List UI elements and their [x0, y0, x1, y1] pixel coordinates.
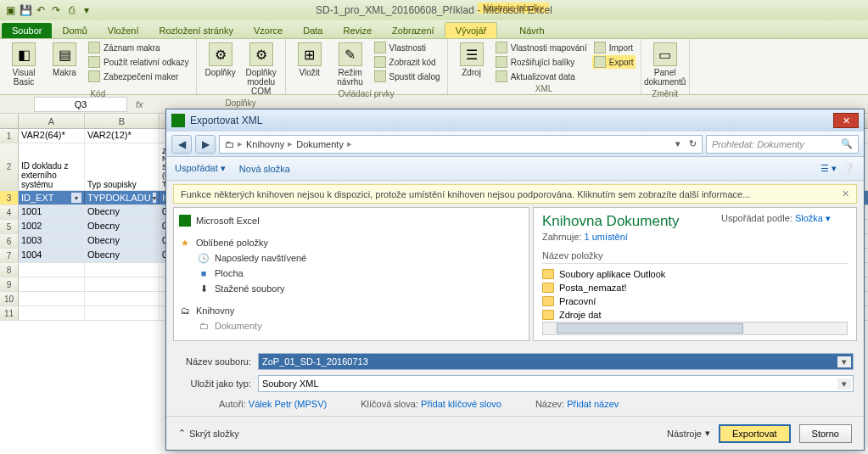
- visual-basic-button[interactable]: ◧Visual Basic: [5, 41, 42, 88]
- row-header[interactable]: 7: [0, 249, 19, 262]
- horizontal-scrollbar[interactable]: [542, 322, 848, 335]
- search-input[interactable]: Prohledat: Dokumenty 🔍: [706, 135, 859, 154]
- table-header-cell[interactable]: TYPDOKLADU▾: [85, 191, 160, 205]
- organize-button[interactable]: Uspořádat ▾: [175, 163, 226, 174]
- redo-icon[interactable]: ↷: [49, 3, 63, 17]
- cell[interactable]: 1004: [19, 249, 85, 262]
- select-all-corner[interactable]: [0, 114, 19, 128]
- macros-button[interactable]: ▤Makra: [46, 41, 83, 79]
- tree-item[interactable]: Microsoft Excel: [179, 213, 524, 228]
- record-macro-button[interactable]: Záznam makra: [87, 41, 191, 54]
- name-box[interactable]: Q3: [34, 97, 127, 112]
- tab-formulas[interactable]: Vzorce: [244, 23, 293, 38]
- tab-developer[interactable]: Vývojář: [445, 22, 498, 38]
- chevron-down-icon[interactable]: ▾: [837, 356, 851, 367]
- tree-item[interactable]: ★Oblíbené položky: [179, 235, 524, 250]
- forward-button[interactable]: ▶: [195, 135, 216, 154]
- location-breadcrumb[interactable]: 🗀 ▸ Knihovny ▸ Dokumenty ▸ ▾ ↻: [219, 135, 703, 154]
- info-bar-close-icon[interactable]: ✕: [842, 188, 849, 199]
- title-value[interactable]: Přidat název: [567, 399, 619, 409]
- fx-icon[interactable]: fx: [131, 99, 148, 109]
- chevron-down-icon[interactable]: ▾: [837, 378, 851, 390]
- col-header-a[interactable]: A: [19, 114, 85, 128]
- row-header[interactable]: 3: [0, 191, 19, 205]
- export-button[interactable]: Exportovat: [719, 424, 791, 443]
- col-header-b[interactable]: B: [85, 114, 160, 128]
- folder-item[interactable]: Posta_nemazat!: [542, 281, 848, 294]
- qat-dropdown-icon[interactable]: ▾: [80, 3, 93, 17]
- tab-design[interactable]: Návrh: [509, 23, 554, 38]
- row-header[interactable]: 6: [0, 234, 19, 248]
- cell[interactable]: Obecny: [85, 205, 160, 219]
- tab-insert[interactable]: Vložení: [98, 23, 149, 38]
- cell[interactable]: 1002: [19, 220, 85, 233]
- print-icon[interactable]: ⎙: [64, 3, 78, 17]
- filter-dropdown-icon[interactable]: ▾: [71, 193, 81, 203]
- cell[interactable]: Typ soupisky: [85, 143, 160, 190]
- sort-by[interactable]: Uspořádat podle: Složka ▾: [721, 213, 831, 224]
- cell[interactable]: ID dokladu z externího systému: [19, 143, 85, 190]
- cell[interactable]: VAR2(64)*: [19, 129, 85, 143]
- view-mode-button[interactable]: ☰ ▾: [820, 163, 837, 174]
- table-header-cell[interactable]: ID_EXT▾: [19, 191, 85, 205]
- undo-icon[interactable]: ↶: [34, 3, 48, 17]
- tree-item[interactable]: ■Plocha: [179, 266, 524, 281]
- view-code-button[interactable]: Zobrazit kód: [372, 55, 442, 69]
- cell[interactable]: 1001: [19, 205, 85, 219]
- cell[interactable]: VAR2(12)*: [85, 129, 160, 143]
- row-header[interactable]: 1: [0, 129, 19, 143]
- cancel-button[interactable]: Storno: [799, 424, 852, 443]
- xml-import-button[interactable]: Import: [592, 41, 636, 54]
- cell[interactable]: Obecny: [85, 234, 160, 248]
- filename-input[interactable]: ZoP_01_SD-1_20160713▾: [258, 353, 854, 370]
- folder-item[interactable]: Pracovní: [542, 294, 848, 308]
- row-header[interactable]: 5: [0, 220, 19, 233]
- tree-item[interactable]: 🗀Dokumenty: [179, 318, 524, 333]
- cell[interactable]: Obecny: [85, 249, 160, 262]
- back-button[interactable]: ◀: [171, 135, 192, 154]
- doc-panel-button[interactable]: ▭Panel dokumentů: [647, 41, 684, 88]
- help-icon[interactable]: ❔: [843, 163, 855, 174]
- hide-folders-button[interactable]: ⌃Skrýt složky: [178, 428, 239, 439]
- folder-item[interactable]: Zdroje dat: [542, 308, 848, 322]
- expansion-packs-button[interactable]: Rozšiřující balíky: [494, 55, 589, 69]
- refresh-icon[interactable]: ↻: [689, 138, 697, 149]
- tree-item[interactable]: 🕓Naposledy navštívené: [179, 250, 524, 266]
- info-bar[interactable]: Funkce některých knihoven nejsou k dispo…: [173, 184, 857, 204]
- row-header[interactable]: 4: [0, 205, 19, 219]
- chevron-down-icon[interactable]: ▾: [675, 138, 680, 149]
- insert-control-button[interactable]: ⊞Vložit: [291, 41, 328, 79]
- close-button[interactable]: ✕: [833, 113, 859, 128]
- tab-layout[interactable]: Rozložení stránky: [149, 23, 244, 38]
- tab-data[interactable]: Data: [293, 23, 333, 38]
- save-icon[interactable]: 💾: [19, 3, 32, 17]
- tab-review[interactable]: Revize: [333, 23, 382, 38]
- tree-item[interactable]: ⬇Stažené soubory: [179, 281, 524, 296]
- macro-security-button[interactable]: Zabezpečení maker: [87, 70, 191, 83]
- addins-button[interactable]: ⚙Doplňky: [202, 41, 239, 79]
- tab-view[interactable]: Zobrazení: [382, 23, 445, 38]
- column-header-name[interactable]: Název položky: [542, 250, 848, 264]
- run-dialog-button[interactable]: Spustit dialog: [372, 70, 442, 83]
- cell[interactable]: Obecny: [85, 220, 160, 233]
- authors-value[interactable]: Válek Petr (MPSV): [249, 399, 327, 409]
- tab-home[interactable]: Domů: [52, 23, 97, 38]
- map-properties-button[interactable]: Vlastnosti mapování: [494, 41, 589, 54]
- relative-refs-button[interactable]: Použít relativní odkazy: [87, 55, 191, 69]
- design-mode-button[interactable]: ✎Režim návrhu: [332, 41, 369, 88]
- tools-dropdown[interactable]: Nástroje ▾: [667, 428, 710, 439]
- properties-button[interactable]: Vlastnosti: [372, 41, 442, 54]
- row-header[interactable]: 2: [0, 143, 19, 190]
- refresh-data-button[interactable]: Aktualizovat data: [494, 70, 589, 83]
- new-folder-button[interactable]: Nová složka: [239, 164, 290, 174]
- tree-item[interactable]: 🗂Knihovny: [179, 303, 524, 318]
- filetype-select[interactable]: Soubory XML▾: [258, 375, 854, 392]
- tags-value[interactable]: Přidat klíčové slovo: [421, 399, 501, 409]
- filter-dropdown-icon[interactable]: ▾: [153, 193, 156, 203]
- folder-tree[interactable]: Microsoft Excel ★Oblíbené položky 🕓Napos…: [173, 207, 529, 341]
- xml-export-button[interactable]: Export: [592, 55, 636, 69]
- cell[interactable]: 1003: [19, 234, 85, 248]
- com-addins-button[interactable]: ⚙Doplňky modelu COM: [243, 41, 280, 98]
- scrollbar-thumb[interactable]: [557, 323, 743, 333]
- xml-source-button[interactable]: ☰Zdroj: [453, 41, 490, 79]
